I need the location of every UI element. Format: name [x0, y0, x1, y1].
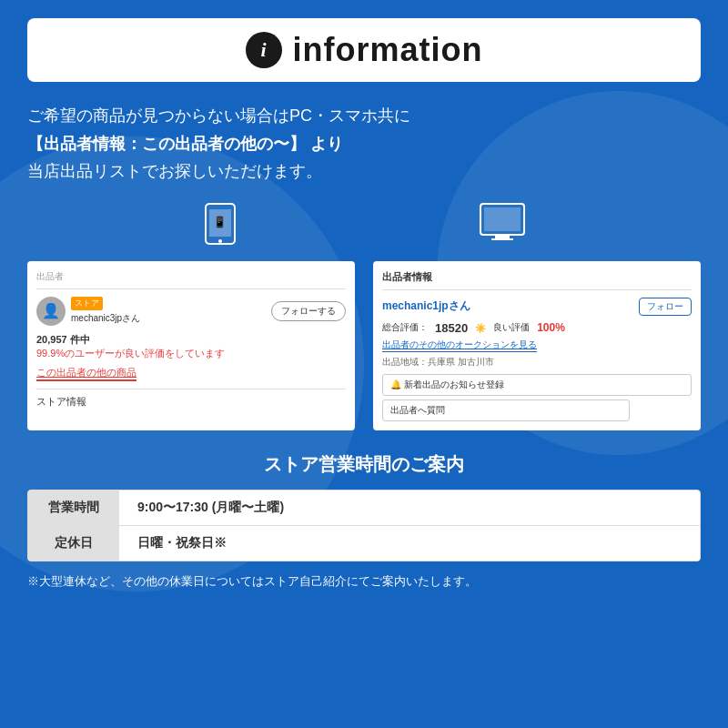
desktop-header: 出品者情報	[382, 270, 692, 290]
desktop-rating-row: 総合評価： 18520 ☀️ 良い評価 100%	[382, 321, 692, 335]
desktop-notify-button[interactable]: 🔔 新着出品のお知らせ登録	[382, 374, 692, 396]
desktop-auction-link[interactable]: 出品者のその他のオークションを見る	[382, 339, 537, 352]
info-icon: i	[246, 32, 282, 68]
hours-value-1: 9:00〜17:30 (月曜〜土曜)	[119, 490, 302, 525]
store-hours-title: ストア営業時間のご案内	[27, 452, 701, 477]
desktop-screenshot: 出品者情報 mechanic1jpさん フォロー 総合評価： 18520 ☀️ …	[373, 261, 701, 430]
mobile-store-info: ストア情報	[36, 389, 346, 409]
screenshots-row: 出品者 👤 ストア mechanic3jpさん フォローする 20,957 件中…	[27, 261, 701, 430]
info-header: i information	[27, 18, 701, 82]
hours-row-2: 定休日 日曜・祝祭日※	[28, 526, 700, 561]
svg-rect-7	[491, 238, 513, 240]
hours-label-2: 定休日	[28, 526, 119, 561]
rating-num: 18520	[435, 321, 468, 335]
desktop-seller-row: mechanic1jpさん フォロー	[382, 298, 692, 316]
footnote: ※大型連休など、その他の休業日についてはストア自己紹介にてご案内いたします。	[27, 572, 701, 591]
mobile-good-rating: 99.9%のユーザーが良い評価をしています	[36, 347, 346, 360]
description: ご希望の商品が見つからない場合はPC・スマホ共に 【出品者情報：この出品者の他の…	[27, 102, 701, 186]
mobile-seller-label: 出品者	[36, 270, 346, 289]
mobile-seller-info: ストア mechanic3jpさん	[71, 297, 140, 325]
good-percent: 100%	[537, 321, 565, 334]
rating-label: 総合評価：	[382, 321, 428, 334]
svg-rect-5	[484, 207, 521, 231]
desktop-location: 出品地域：兵庫県 加古川市	[382, 356, 692, 369]
mobile-screenshot: 出品者 👤 ストア mechanic3jpさん フォローする 20,957 件中…	[27, 261, 355, 430]
mobile-seller-row: 👤 ストア mechanic3jpさん フォローする	[36, 297, 346, 326]
desktop-question-button[interactable]: 出品者へ質問	[382, 399, 630, 421]
mobile-avatar: 👤	[36, 297, 66, 326]
mobile-seller-name: mechanic3jpさん	[71, 312, 140, 325]
desktop-follow-button[interactable]: フォロー	[639, 298, 692, 316]
hours-table: 営業時間 9:00〜17:30 (月曜〜土曜) 定休日 日曜・祝祭日※	[27, 490, 701, 561]
mobile-stats: 20,957 件中 99.9%のユーザーが良い評価をしています	[36, 333, 346, 360]
svg-rect-6	[495, 235, 510, 238]
desktop-seller-name: mechanic1jpさん	[382, 298, 470, 314]
good-label: 良い評価	[493, 321, 530, 334]
hours-row-1: 営業時間 9:00〜17:30 (月曜〜土曜)	[28, 490, 700, 526]
desc-line3: 当店出品リストでお探しいただけます。	[27, 157, 701, 186]
hours-value-2: 日曜・祝祭日※	[119, 526, 245, 561]
smartphone-icon: 📱	[202, 202, 238, 254]
mobile-follow-button[interactable]: フォローする	[271, 301, 346, 321]
mobile-other-items[interactable]: この出品者の他の商品	[36, 366, 136, 381]
mobile-avatar-area: 👤 ストア mechanic3jpさん	[36, 297, 140, 326]
svg-text:📱: 📱	[213, 215, 227, 228]
mobile-store-badge: ストア	[71, 297, 103, 310]
hours-label-1: 営業時間	[28, 490, 119, 525]
mobile-count: 20,957 件中	[36, 333, 346, 347]
device-icons: 📱	[27, 202, 701, 254]
info-title: information	[293, 31, 483, 69]
svg-point-2	[218, 239, 222, 243]
desc-line2: 【出品者情報：この出品者の他の〜】 より	[27, 130, 701, 158]
desc-line1: ご希望の商品が見つからない場合はPC・スマホ共に	[27, 102, 701, 130]
computer-icon	[479, 202, 526, 254]
